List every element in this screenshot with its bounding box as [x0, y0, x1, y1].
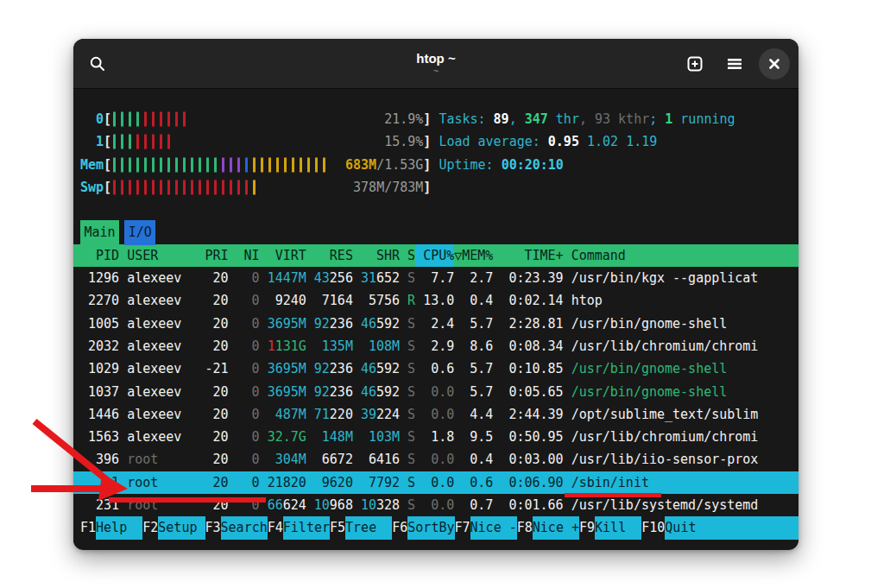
column-header-cmd[interactable]: Command: [571, 244, 798, 267]
cell-user: alexeev: [127, 357, 197, 380]
meter-bar: [206, 157, 209, 172]
text-segment: 131G: [275, 338, 306, 354]
cell-ni: 0: [237, 448, 260, 471]
process-row[interactable]: 1root2002182096207792S0.00.60:06.90/sbin…: [73, 471, 798, 494]
fkey-label: Filter: [283, 516, 330, 539]
meter-mem: Mem[683M/1.53G]Uptime: 00:20:10: [73, 154, 798, 176]
text-segment: S: [407, 270, 415, 286]
meter-bar: [160, 180, 162, 195]
meter-bracket: ]: [423, 154, 431, 176]
process-row[interactable]: 2032alexeev2001131G135M108MS2.98.60:08.3…: [73, 335, 798, 357]
fkey-number: F8: [517, 516, 533, 539]
fkey-f8[interactable]: F8Nice +: [517, 516, 579, 539]
column-header-time[interactable]: TIME+: [501, 244, 563, 267]
column-header-mem[interactable]: MEM%: [462, 244, 493, 267]
cell-cmd: htop: [571, 289, 798, 312]
fkey-f2[interactable]: F2Setup: [142, 516, 205, 539]
menu-button[interactable]: [719, 48, 750, 79]
meter-bars: [113, 180, 256, 195]
cell-cmd: /sbin/init: [571, 471, 798, 494]
text-segment: 0:50.95: [508, 429, 563, 445]
text-segment: 9.5: [470, 429, 493, 445]
process-row[interactable]: 2270alexeev200924071645756R13.00.40:02.1…: [73, 289, 798, 312]
fkey-number: F9: [579, 516, 595, 539]
process-row[interactable]: 1296alexeev2001447M4325631652S7.72.70:23…: [73, 267, 798, 289]
meter-bar: [323, 157, 325, 172]
cell-shr: 46592: [361, 357, 400, 380]
column-header-user[interactable]: USER: [127, 244, 197, 267]
process-row[interactable]: 1005alexeev2003695M9223646592S2.45.72:28…: [73, 313, 798, 335]
text-segment: 20: [212, 429, 228, 445]
meter-bar: [144, 180, 147, 195]
text-segment: 1.02: [587, 134, 626, 149]
column-header-virt[interactable]: VIRT: [268, 244, 306, 267]
cell-virt: 1131G: [268, 335, 306, 357]
text-segment: 256: [330, 270, 353, 286]
column-header-res[interactable]: RES: [314, 244, 353, 267]
text-segment: R: [407, 293, 415, 308]
fkey-label: Quit: [665, 516, 798, 539]
text-segment: 1005: [88, 316, 119, 332]
process-row[interactable]: 1029alexeev-2103695M9223646592S0.65.70:1…: [73, 357, 798, 380]
cell-shr: 31652: [361, 267, 400, 289]
text-segment: htop: [571, 293, 603, 308]
process-row[interactable]: 231root200666241096810328S0.00.70:01.66/…: [73, 494, 798, 516]
column-header-s[interactable]: S: [407, 244, 415, 267]
text-segment: 0: [252, 316, 260, 332]
text-segment: alexeev: [127, 429, 181, 445]
text-segment: 592: [376, 384, 400, 400]
column-header-cpu[interactable]: CPU%: [415, 244, 454, 267]
meter-bracket: ]: [423, 130, 431, 153]
cell-time: 0:50.95: [501, 426, 563, 448]
text-segment: alexeev: [127, 270, 181, 286]
text-segment: 7792: [369, 475, 400, 490]
cell-user: alexeev: [127, 335, 197, 357]
cell-pri: 20: [205, 448, 228, 471]
tab-i-o[interactable]: I/O: [124, 220, 155, 244]
tab-main[interactable]: Main: [80, 220, 119, 244]
fkey-f6[interactable]: F6SortBy: [392, 516, 454, 539]
process-row[interactable]: 396root200304M66726416S0.00.40:03.00/usr…: [73, 448, 798, 471]
meter-bar: [152, 180, 155, 195]
meter-bar: [214, 157, 217, 172]
text-segment: 0.0: [431, 407, 454, 422]
cell-pri: 20: [205, 381, 228, 403]
cell-shr: 46592: [361, 381, 400, 403]
column-header-ni[interactable]: NI: [237, 244, 260, 267]
close-button[interactable]: [759, 48, 790, 79]
text-segment: 0:01.66: [508, 497, 563, 513]
cell-cpu: 1.8: [415, 426, 454, 448]
meter-bar: [245, 180, 248, 195]
text-segment: S: [407, 497, 415, 513]
process-row[interactable]: 1037alexeev2003695M9223646592S0.05.70:05…: [73, 381, 798, 403]
fkey-f10[interactable]: F10Quit: [641, 516, 798, 539]
column-header-pid[interactable]: PID: [80, 244, 119, 267]
fkey-f5[interactable]: F5Tree: [330, 516, 392, 539]
meter-bar: [261, 157, 263, 172]
cell-pid: 231: [80, 494, 119, 516]
process-row[interactable]: 1446alexeev200487M7122039224S0.04.42:44.…: [73, 403, 798, 426]
cell-user: alexeev: [127, 267, 197, 289]
text-segment: 1296: [88, 270, 119, 286]
console-window: htop ~ ~: [73, 39, 798, 550]
fkey-f9[interactable]: F9Kill: [579, 516, 641, 539]
new-tab-button[interactable]: [679, 48, 710, 79]
cell-user: alexeev: [127, 381, 197, 403]
cell-ni: 0: [237, 471, 260, 494]
cell-pid: 1005: [80, 313, 119, 335]
fkey-f4[interactable]: F4Filter: [268, 516, 330, 539]
fkey-f7[interactable]: F7Nice -: [455, 516, 517, 539]
fkey-f3[interactable]: F3Search: [205, 516, 268, 539]
text-segment: root: [127, 475, 158, 490]
meter-bar: [230, 157, 232, 172]
column-header-shr[interactable]: SHR: [361, 244, 400, 267]
cell-mem: 0.6: [462, 471, 493, 494]
text-segment: 683M: [345, 157, 376, 173]
cell-pri: 20: [205, 335, 228, 357]
menu-icon: [726, 55, 743, 73]
process-row[interactable]: 1563alexeev20032.7G148M103MS1.89.50:50.9…: [73, 426, 798, 448]
search-button[interactable]: [82, 48, 113, 79]
column-header-pri[interactable]: PRI: [205, 244, 228, 267]
fkey-f1[interactable]: F1Help: [80, 516, 142, 539]
text-segment: S: [407, 338, 415, 354]
